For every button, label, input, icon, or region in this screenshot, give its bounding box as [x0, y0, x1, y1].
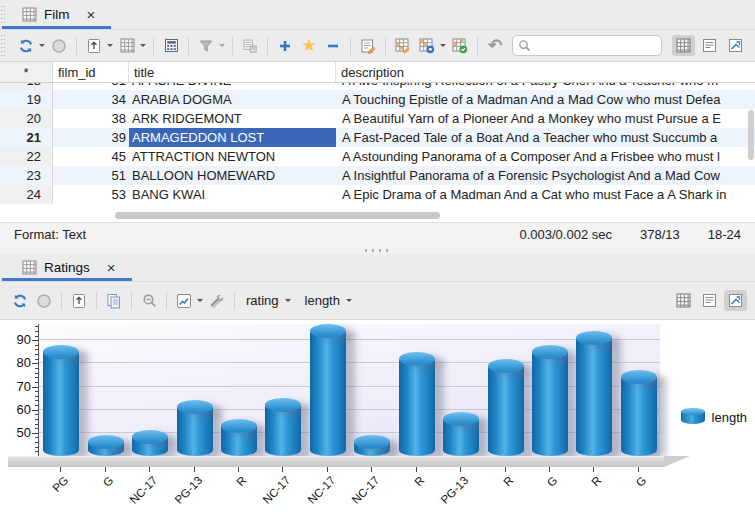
grid-view-toggle[interactable]	[672, 290, 695, 311]
toolbar-drag-handle[interactable]	[1, 35, 5, 56]
filter-button[interactable]	[194, 34, 218, 58]
chart-bar[interactable]	[265, 405, 301, 456]
cell-title[interactable]: APACHE DIVINE	[129, 83, 336, 90]
grid-options-button[interactable]	[115, 34, 139, 58]
grid-settings-caret[interactable]	[440, 44, 446, 50]
chart-bar-top	[43, 345, 79, 359]
edit-note-button[interactable]	[356, 34, 380, 58]
chart-bar[interactable]	[132, 437, 168, 456]
x-axis-dropdown[interactable]: rating	[240, 293, 299, 308]
panel-drag-handle[interactable]	[1, 6, 5, 25]
edit-grid-button[interactable]	[391, 34, 415, 58]
cell-description[interactable]: A Beautiful Yarn of a Pioneer And a Monk…	[336, 109, 755, 128]
calculate-button[interactable]	[159, 34, 183, 58]
table-row-selected[interactable]: 21 39 ARMAGEDDON LOST A Fast-Paced Tale …	[0, 128, 755, 147]
save-button[interactable]	[238, 34, 262, 58]
cell-description[interactable]: A Insightful Panorama of a Forensic Psyc…	[336, 166, 755, 185]
chart-bar[interactable]	[488, 366, 524, 456]
grid-options-caret[interactable]	[140, 44, 146, 50]
export-button[interactable]	[82, 34, 106, 58]
chart-bar[interactable]	[399, 359, 435, 456]
cell-description[interactable]: A Awe-Inspiring Reflection of a Pastry C…	[336, 83, 755, 90]
tab-ratings[interactable]: Ratings ×	[8, 254, 132, 281]
legend-series-icon	[681, 411, 705, 424]
cell-film-id[interactable]: 53	[53, 185, 129, 204]
calculator-icon	[164, 38, 179, 53]
chart-bar[interactable]	[354, 442, 390, 456]
close-icon[interactable]: ×	[107, 260, 116, 275]
cell-description[interactable]: A Fast-Paced Tale of a Boat And a Teache…	[336, 128, 755, 147]
cell-film-id[interactable]: 31	[53, 83, 129, 90]
panel-splitter[interactable]	[0, 246, 755, 254]
cell-film-id[interactable]: 34	[53, 90, 129, 109]
cell-film-id[interactable]: 51	[53, 166, 129, 185]
chart-bar[interactable]	[621, 377, 657, 456]
table-row[interactable]: 20 38 ARK RIDGEMONT A Beautiful Yarn of …	[0, 109, 755, 128]
vertical-scrollbar[interactable]	[748, 110, 754, 160]
selected-cell[interactable]: ARMAGEDDON LOST	[129, 128, 336, 147]
grid-confirm-button[interactable]	[448, 34, 472, 58]
cell-film-id[interactable]: 38	[53, 109, 129, 128]
search-box[interactable]	[512, 35, 662, 56]
search-input[interactable]	[535, 39, 645, 53]
copy-button[interactable]	[102, 289, 126, 313]
chart-bar[interactable]	[310, 331, 346, 456]
tab-film[interactable]: Film ×	[8, 0, 111, 29]
refresh-button[interactable]	[14, 34, 38, 58]
add-row-button[interactable]	[273, 34, 297, 58]
undo-button[interactable]: ↶	[483, 34, 507, 58]
cell-title[interactable]: ARK RIDGEMONT	[129, 109, 336, 128]
table-row[interactable]: 24 53 BANG KWAI A Epic Drama of a Madman…	[0, 185, 755, 204]
chart-bar[interactable]	[221, 426, 257, 456]
cell-description[interactable]: A Astounding Panorama of a Composer And …	[336, 147, 755, 166]
chart-bar[interactable]	[177, 407, 213, 456]
column-header-description[interactable]: description	[336, 62, 755, 82]
text-view-toggle[interactable]	[698, 35, 721, 56]
horizontal-scrollbar[interactable]	[115, 212, 440, 219]
cell-film-id[interactable]: 39	[53, 128, 129, 147]
x-axis-tick	[505, 467, 506, 472]
table-row[interactable]: 22 45 ATTRACTION NEWTON A Astounding Pan…	[0, 147, 755, 166]
zoom-out-button[interactable]	[137, 289, 161, 313]
chart-view-toggle[interactable]	[724, 290, 747, 311]
export-button[interactable]	[67, 289, 91, 313]
text-view-toggle[interactable]	[698, 290, 721, 311]
table-row[interactable]: 19 34 ARABIA DOGMA A Touching Epistle of…	[0, 90, 755, 109]
cell-description[interactable]: A Touching Epistle of a Madman And a Mad…	[336, 90, 755, 109]
delete-row-button[interactable]	[321, 34, 345, 58]
refresh-button[interactable]	[8, 289, 32, 313]
chart-type-caret[interactable]	[197, 299, 203, 305]
chart-bar[interactable]	[443, 419, 479, 456]
chart-type-button[interactable]	[172, 289, 196, 313]
favorite-button[interactable]: ★	[297, 34, 321, 58]
grid-view-toggle[interactable]	[672, 35, 695, 56]
y-axis-dropdown[interactable]: length	[299, 293, 360, 308]
cell-title[interactable]: ARABIA DOGMA	[129, 90, 336, 109]
chart-settings-button[interactable]	[205, 289, 229, 313]
chart-bar[interactable]	[576, 338, 612, 456]
refresh-dropdown-caret[interactable]	[39, 44, 45, 50]
cell-film-id[interactable]: 45	[53, 147, 129, 166]
grid-settings-button[interactable]	[415, 34, 439, 58]
chart-bar[interactable]	[532, 352, 568, 456]
grid-settings-icon	[419, 38, 435, 54]
close-icon[interactable]: ×	[87, 7, 96, 22]
chart-bar[interactable]	[88, 442, 124, 456]
table-row[interactable]: 18 31 APACHE DIVINE A Awe-Inspiring Refl…	[0, 83, 755, 90]
export-dropdown-caret[interactable]	[107, 44, 113, 50]
stop-button[interactable]	[32, 289, 56, 313]
chart-bar[interactable]	[43, 352, 79, 456]
cell-description[interactable]: A Epic Drama of a Madman And a Cat who m…	[336, 185, 755, 204]
stop-button[interactable]	[47, 34, 71, 58]
film-data-grid[interactable]: * film_id title description 18 31 APACHE…	[0, 62, 755, 222]
cell-title[interactable]: ATTRACTION NEWTON	[129, 147, 336, 166]
chart-view-toggle[interactable]	[724, 35, 747, 56]
table-row[interactable]: 23 51 BALLOON HOMEWARD A Insightful Pano…	[0, 166, 755, 185]
column-header-rownum[interactable]: *	[0, 62, 53, 82]
column-header-title[interactable]: title	[129, 62, 336, 82]
y-axis-tick	[35, 437, 38, 438]
cell-title[interactable]: BANG KWAI	[129, 185, 336, 204]
filter-dropdown-caret[interactable]	[219, 44, 225, 50]
column-header-film-id[interactable]: film_id	[53, 62, 129, 82]
cell-title[interactable]: BALLOON HOMEWARD	[129, 166, 336, 185]
